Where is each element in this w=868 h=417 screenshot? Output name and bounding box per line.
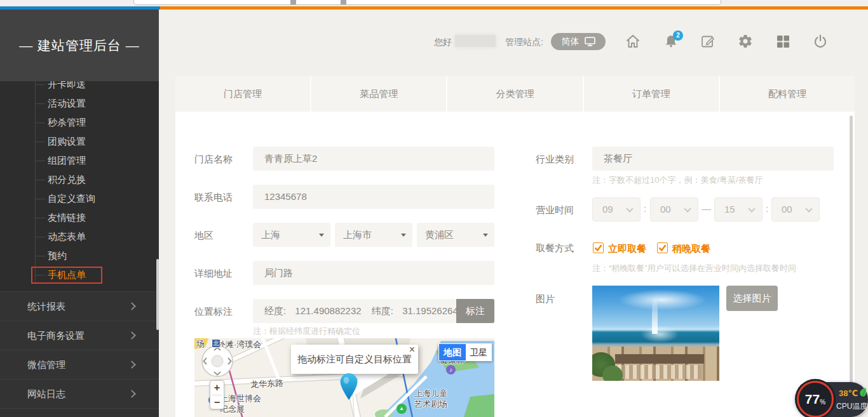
start-minute-select[interactable]: 00 (650, 197, 698, 222)
usage-percent-unit: % (820, 399, 825, 406)
image-label: 图片 (536, 293, 555, 305)
music-poi-icon[interactable]: ♪ (446, 365, 456, 374)
city-select[interactable]: 上海市 (335, 223, 412, 247)
pickup-now-label[interactable]: 立即取餐 (608, 243, 646, 255)
sidebar-item-label: 网站日志 (27, 388, 65, 399)
location-field[interactable]: 经度: 121.490882232 纬度: 31.1952626403 标注 (253, 299, 494, 323)
chevron-down-icon (483, 234, 488, 237)
zoom-out-button[interactable]: − (210, 395, 224, 409)
pickup-label: 取餐方式 (536, 242, 574, 255)
edit-button[interactable] (700, 34, 715, 49)
tab-bar: 门店管理 菜品管理 分类管理 订单管理 配料管理 (175, 76, 855, 112)
sidebar-item-dianzishangwu[interactable]: 电子商务设置 (0, 321, 159, 350)
park-poi-icon[interactable]: ▲ (397, 404, 407, 414)
pan-control-icon (201, 345, 234, 378)
tab-store-management[interactable]: 门店管理 (175, 76, 311, 112)
store-name-input[interactable]: 青青原上草2 (253, 147, 494, 171)
district-select[interactable]: 黄浦区 (417, 223, 494, 247)
usage-gauge: 77 % (797, 381, 834, 417)
map-pan-control[interactable] (201, 345, 234, 378)
end-hour-select[interactable]: 15 (714, 197, 763, 222)
apps-button[interactable] (775, 34, 790, 49)
store-photo (592, 286, 719, 381)
sidebar-item-miaoshaguanli[interactable]: 秒杀管理 (48, 113, 86, 132)
tab-dish-management[interactable]: 菜品管理 (311, 76, 447, 112)
home-button[interactable] (625, 34, 641, 49)
chevron-down-icon (684, 205, 691, 212)
sidebar-item-zutuanguanli[interactable]: 组团管理 (48, 151, 86, 170)
sidebar-item-partial (0, 408, 159, 417)
chevron-down-icon (748, 205, 755, 212)
map-zoom-control: + − (210, 380, 224, 409)
map-label-theater2: 艺术剧场 (414, 399, 447, 410)
sidebar-item-youqinglianjie[interactable]: 友情链接 (48, 208, 86, 227)
sidebar-item-jifenduihuan[interactable]: 积分兑换 (48, 170, 86, 189)
photo-cloud (618, 289, 707, 310)
sidebar-scrollbar[interactable] (156, 259, 159, 330)
map-tooltip: 拖动标注可自定义目标位置 × (291, 345, 418, 374)
map-marker-pin[interactable] (339, 373, 358, 400)
tooltip-text: 拖动标注可自定义目标位置 (297, 354, 412, 366)
language-label: 简体 (562, 36, 580, 48)
mark-location-button[interactable]: 标注 (456, 299, 494, 323)
sidebar-item-kaikajisong[interactable]: 开卡即送 (48, 81, 86, 94)
sidebar-item-huodongshezhi[interactable]: 活动设置 (48, 94, 86, 113)
chevron-down-icon (805, 205, 812, 212)
content-scrollbar[interactable] (850, 116, 853, 417)
store-name-label: 门店名称 (194, 154, 233, 166)
sidebar: — 建站管理后台 — 开卡即送 活动设置 秒杀管理 团购设置 组团管理 积分兑换… (0, 10, 159, 417)
zoom-in-button[interactable]: + (210, 381, 224, 395)
start-hour-select[interactable]: 09 (592, 197, 641, 222)
browser-icon-fragment (290, 0, 296, 4)
pickup-later-label[interactable]: 稍晚取餐 (672, 243, 710, 255)
language-switch-button[interactable]: 简体 (551, 33, 606, 50)
map-canvas[interactable]: 外滩·湾璞会 龙华东路 上海世博会 纪念展 健康林 上海儿童 艺术剧场 场 ⌂ … (194, 338, 494, 417)
phone-input[interactable]: 12345678 (253, 185, 494, 209)
sidebar-item-tongjibaobiao[interactable]: 统计报表 (0, 291, 159, 321)
usage-percent: 77 (805, 392, 820, 407)
cpu-monitor-widget[interactable]: 77 % 38℃ CPU温度 (796, 382, 868, 417)
address-input[interactable]: 局门路 (253, 261, 494, 285)
cpu-temperature: 38℃ (839, 388, 858, 398)
grid-icon (775, 34, 790, 49)
photo-roof (615, 354, 704, 364)
logout-button[interactable] (813, 34, 828, 49)
industry-input[interactable]: 茶餐厅 (592, 147, 834, 171)
end-minute-select[interactable]: 00 (771, 197, 820, 222)
city-value: 上海市 (343, 229, 372, 240)
sidebar-item-zidingyichaxun[interactable]: 自定义查询 (48, 189, 95, 208)
sidebar-item-yuyue[interactable]: 预约 (48, 246, 67, 265)
check-icon (593, 243, 603, 253)
chevron-right-icon (128, 390, 136, 398)
tab-order-management[interactable]: 订单管理 (584, 76, 720, 112)
close-icon[interactable]: × (409, 345, 415, 355)
photo-tree (602, 366, 623, 381)
province-value: 上海 (261, 229, 280, 240)
power-icon (813, 34, 828, 49)
start-minute-value: 00 (660, 204, 671, 215)
start-hour-value: 09 (602, 204, 613, 215)
pickup-now-checkbox[interactable] (593, 242, 604, 253)
browser-icon-fragment (341, 0, 346, 4)
sidebar-item-dongtaibiaodan[interactable]: 动态表单 (48, 227, 86, 246)
sidebar-item-tuangoushezhi[interactable]: 团购设置 (48, 132, 86, 151)
leaf-icon (859, 387, 867, 397)
map-view-button[interactable]: 地图 (439, 344, 466, 361)
browser-address-bar[interactable] (133, 0, 721, 5)
settings-button[interactable] (738, 34, 753, 49)
choose-image-button[interactable]: 选择图片 (726, 286, 778, 311)
map-label-expo: 上海世博会 (220, 393, 261, 404)
sidebar-item-wangzhanrizhi[interactable]: 网站日志 (0, 379, 159, 408)
tab-category-management[interactable]: 分类管理 (447, 76, 583, 112)
pickup-later-checkbox[interactable] (657, 242, 668, 253)
province-select[interactable]: 上海 (253, 223, 330, 247)
sidebar-title: — 建站管理后台 — (0, 10, 159, 81)
manage-site-label: 管理站点: (505, 37, 543, 48)
chevron-right-icon (128, 331, 136, 340)
satellite-view-button[interactable]: 卫星 (466, 344, 491, 361)
admin-page: — 建站管理后台 — 开卡即送 活动设置 秒杀管理 团购设置 组团管理 积分兑换… (0, 0, 868, 417)
chevron-right-icon (128, 361, 136, 369)
edit-icon (700, 34, 715, 49)
sidebar-item-weixinguanli[interactable]: 微信管理 (0, 350, 159, 379)
tab-ingredient-management[interactable]: 配料管理 (720, 76, 855, 112)
